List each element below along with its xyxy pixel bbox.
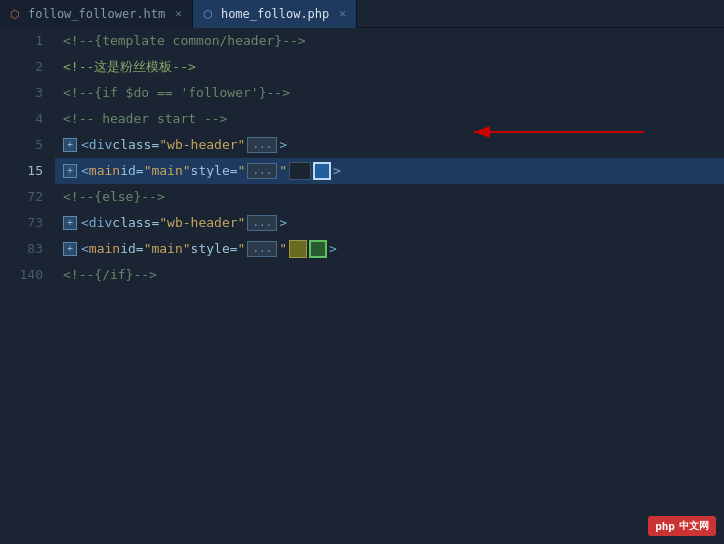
line-num-140: 140: [0, 262, 55, 288]
line-num-2: 2: [0, 54, 55, 80]
code-text-73c: class=: [112, 210, 159, 236]
code-line-140: <!--{/if}-->: [55, 262, 724, 288]
code-line-5: + <div class="wb-header" ... >: [55, 132, 724, 158]
tab-bar: ⬡ follow_follower.htm ✕ ⬡ home_follow.ph…: [0, 0, 724, 28]
tab-close-2[interactable]: ✕: [339, 7, 346, 20]
code-text-73d: "wb-header": [159, 210, 245, 236]
code-text-83g: ": [279, 236, 287, 262]
code-text-83f: ": [238, 236, 246, 262]
code-text-15h: >: [333, 158, 341, 184]
tab-label-2: home_follow.php: [221, 7, 329, 21]
code-line-1: <!--{template common/header}-->: [55, 28, 724, 54]
line-num-3: 3: [0, 80, 55, 106]
code-text-73b: div: [89, 210, 112, 236]
line-num-5: 5: [0, 132, 55, 158]
code-text-5b: div: [89, 132, 112, 158]
thumb-olive-83: [289, 240, 307, 258]
code-text-83d: "main": [144, 236, 191, 262]
code-text-83c: id=: [120, 236, 143, 262]
code-line-3: <!--{if $do == 'follower'}-->: [55, 80, 724, 106]
php-watermark: php 中文网: [648, 516, 716, 536]
line-num-4: 4: [0, 106, 55, 132]
line-num-73: 73: [0, 210, 55, 236]
code-text-83b: main: [89, 236, 120, 262]
thumb-box-83: [289, 240, 327, 258]
code-text-83h: >: [329, 236, 337, 262]
expand-icon-73[interactable]: +: [63, 216, 77, 230]
thumb-green-83: [309, 240, 327, 258]
code-text-5a: <: [81, 132, 89, 158]
ellipsis-5[interactable]: ...: [247, 137, 277, 153]
tab-label-1: follow_follower.htm: [28, 7, 165, 21]
code-content: <!--{template common/header}--> <!--这是粉丝…: [55, 28, 724, 544]
expand-icon-5[interactable]: +: [63, 138, 77, 152]
ellipsis-73[interactable]: ...: [247, 215, 277, 231]
php-icon: ⬡: [203, 8, 215, 20]
thumb-box-15: [289, 162, 331, 180]
tab-close-1[interactable]: ✕: [175, 7, 182, 20]
code-line-4: <!-- header start -->: [55, 106, 724, 132]
code-line-72: <!--{else}-->: [55, 184, 724, 210]
code-line-15: + <main id="main" style=" ... " >: [55, 158, 724, 184]
code-text-15e: style=: [191, 158, 238, 184]
ellipsis-15[interactable]: ...: [247, 163, 277, 179]
watermark-php: php: [655, 520, 675, 533]
code-line-73: + <div class="wb-header" ... >: [55, 210, 724, 236]
line-num-1: 1: [0, 28, 55, 54]
code-text-3: <!--{if $do == 'follower'}-->: [63, 80, 290, 106]
code-text-5e: >: [279, 132, 287, 158]
tab-follow-follower[interactable]: ⬡ follow_follower.htm ✕: [0, 0, 193, 28]
code-text-15f: ": [238, 158, 246, 184]
html-icon: ⬡: [10, 8, 22, 20]
code-text-4: <!-- header start -->: [63, 106, 227, 132]
code-text-72: <!--{else}-->: [63, 184, 165, 210]
watermark-site: 中文网: [679, 519, 709, 533]
line-num-15: 15: [0, 158, 55, 184]
ellipsis-83[interactable]: ...: [247, 241, 277, 257]
code-line-2: <!--这是粉丝模板-->: [55, 54, 724, 80]
code-text-15g: ": [279, 158, 287, 184]
code-text-15b: main: [89, 158, 120, 184]
thumb-blue-15: [313, 162, 331, 180]
code-text-73e: >: [279, 210, 287, 236]
code-text-15d: "main": [144, 158, 191, 184]
code-text-1: <!--{template common/header}-->: [63, 28, 306, 54]
code-line-83: + <main id="main" style=" ... " >: [55, 236, 724, 262]
line-numbers: 1 2 3 4 5 15 72 73 83 140: [0, 28, 55, 544]
code-text-5d: "wb-header": [159, 132, 245, 158]
line-num-72: 72: [0, 184, 55, 210]
code-text-5c: class=: [112, 132, 159, 158]
code-text-2: <!--这是粉丝模板-->: [63, 54, 196, 80]
code-text-83a: <: [81, 236, 89, 262]
expand-icon-83[interactable]: +: [63, 242, 77, 256]
code-text-15c: id=: [120, 158, 143, 184]
line-num-83: 83: [0, 236, 55, 262]
tab-home-follow[interactable]: ⬡ home_follow.php ✕: [193, 0, 357, 28]
code-text-83e: style=: [191, 236, 238, 262]
code-text-73a: <: [81, 210, 89, 236]
code-area: 1 2 3 4 5 15 72 73 83 140 <!--{template …: [0, 28, 724, 544]
expand-icon-15[interactable]: +: [63, 164, 77, 178]
thumb-dark-15: [289, 162, 311, 180]
code-text-15a: <: [81, 158, 89, 184]
code-text-140: <!--{/if}-->: [63, 262, 157, 288]
